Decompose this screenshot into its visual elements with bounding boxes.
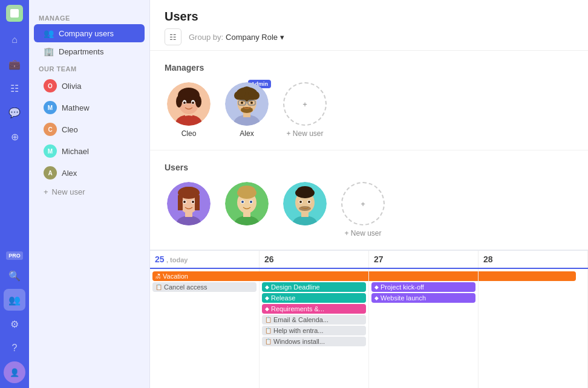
email-label: Email & Calenda...	[273, 316, 328, 323]
cal-col-26: ◆ Design Deadline ◆ Release ◆ Requiremen…	[260, 269, 369, 388]
sidebar-item-label: Departments	[59, 47, 103, 56]
manage-section-label: MANAGE	[29, 10, 149, 24]
page-header: Users ☷ Group by: Company Role ▾	[150, 0, 588, 51]
release-26-label: Release	[271, 294, 295, 302]
company-users-icon: 👥	[44, 28, 54, 38]
cal-day-25-num: 25	[155, 254, 165, 264]
svg-point-20	[248, 89, 255, 97]
requirements-icon: ◆	[265, 306, 269, 312]
cal-day-26-num: 26	[264, 254, 274, 264]
svg-point-25	[250, 102, 253, 104]
cleo-name-label: Cleo	[181, 129, 197, 138]
cal-day-27-num: 27	[374, 254, 384, 264]
new-user-label: + New user	[286, 129, 323, 138]
users-new-user-label: + New user	[344, 229, 381, 238]
settings-icon[interactable]: ⚙	[4, 313, 25, 335]
chat-icon[interactable]: 💬	[4, 102, 25, 123]
users-icon[interactable]: 👥	[4, 289, 25, 311]
alex-name: Alex	[62, 169, 77, 178]
new-user-plus-icon: +	[283, 82, 327, 126]
alex-avatar: A	[44, 166, 57, 179]
windows-install-event[interactable]: 📋 Windows install...	[262, 337, 366, 346]
requirements-event[interactable]: ◆ Requirements &...	[262, 304, 366, 314]
table-view-button[interactable]: ☷	[165, 28, 181, 45]
user-card-2[interactable]	[223, 182, 271, 225]
profile-avatar[interactable]: 👤	[4, 361, 25, 383]
new-user-label: New user	[52, 187, 85, 196]
app-logo	[6, 5, 23, 22]
main-content: Users ☷ Group by: Company Role ▾ Manager…	[150, 0, 588, 388]
website-launch-event[interactable]: ◆ Website launch	[371, 293, 475, 303]
add-new-user-button[interactable]: + New user	[34, 184, 145, 200]
search-icon[interactable]: 🔍	[4, 265, 25, 286]
help-entra-event[interactable]: 📋 Help with entra...	[262, 326, 366, 335]
home-icon[interactable]: ⌂	[4, 29, 25, 51]
requirements-label: Requirements &...	[271, 305, 324, 312]
svg-point-19	[238, 89, 246, 97]
icon-bar: ⌂ 💼 ☷ 💬 ⊕ PRO 🔍 👥 ⚙ ? 👤	[0, 0, 29, 388]
kickoff-icon: ◆	[374, 284, 379, 290]
help-icon[interactable]: ?	[4, 337, 25, 359]
add-circle-icon[interactable]: ⊕	[4, 126, 25, 147]
cal-col-28	[479, 269, 588, 388]
svg-point-5	[176, 95, 182, 108]
cal-day-26: 26	[260, 251, 369, 268]
svg-point-58	[299, 201, 302, 203]
website-icon: ◆	[374, 295, 379, 301]
pro-badge: PRO	[6, 251, 23, 260]
group-by-label: Group by:	[189, 33, 223, 42]
email-calendar-event[interactable]: 📋 Email & Calenda...	[262, 315, 366, 325]
user-card-cleo[interactable]: Cleo	[165, 82, 213, 138]
svg-point-10	[192, 102, 194, 104]
briefcase-icon[interactable]: 💼	[4, 53, 25, 75]
design-deadline-icon: ◆	[265, 284, 269, 290]
sidebar-item-michael[interactable]: M Michael	[34, 140, 145, 162]
mathew-name: Mathew	[62, 103, 90, 112]
svg-point-54	[297, 186, 313, 195]
calendar-header: 25 , today 26 27 28	[150, 251, 588, 269]
departments-icon: 🏢	[44, 47, 54, 56]
sidebar-item-label: Company users	[59, 29, 114, 38]
sidebar-item-mathew[interactable]: M Mathew	[34, 97, 145, 118]
add-icon: +	[44, 187, 48, 196]
svg-point-38	[192, 201, 194, 203]
alex-avatar-img	[225, 82, 269, 126]
users-section: Users	[150, 150, 588, 251]
svg-point-9	[183, 102, 186, 104]
cal-day-28-num: 28	[483, 254, 493, 264]
user-card-alex[interactable]: Admin	[223, 82, 271, 138]
cal-col-27: ◆ Project kick-off ◆ Website launch	[369, 269, 479, 388]
user1-avatar-img	[167, 182, 211, 225]
cal-col-25: 🏖 Vacation 📋 Cancel access	[150, 269, 260, 388]
sidebar: MANAGE 👥 Company users 🏢 Departments OUR…	[29, 0, 150, 388]
sidebar-item-company-users[interactable]: 👥 Company users	[34, 24, 145, 42]
sidebar-item-departments[interactable]: 🏢 Departments	[34, 42, 145, 60]
project-kickoff-event[interactable]: ◆ Project kick-off	[371, 282, 475, 292]
cancel-access-event[interactable]: 📋 Cancel access	[152, 282, 256, 292]
page-title: Users	[165, 10, 573, 24]
sidebar-item-alex[interactable]: A Alex	[34, 162, 145, 184]
kickoff-label: Project kick-off	[381, 283, 424, 291]
cal-day-25-sub: , today	[166, 256, 188, 264]
users-new-user-button[interactable]: + + New user	[339, 182, 387, 238]
user-card-3[interactable]	[281, 182, 329, 225]
windows-label: Windows install...	[273, 338, 325, 345]
olivia-avatar: O	[44, 79, 57, 92]
table-icon[interactable]: ☷	[4, 77, 25, 99]
help-label: Help with entra...	[273, 327, 324, 334]
user-card-1[interactable]	[165, 182, 213, 225]
sidebar-item-olivia[interactable]: O Olivia	[34, 75, 145, 97]
email-icon: 📋	[265, 317, 272, 323]
user2-avatar-img	[225, 182, 269, 225]
release-event-26[interactable]: ◆ Release	[262, 293, 366, 303]
group-by-dropdown[interactable]: Company Role ▾	[226, 33, 284, 42]
svg-point-37	[183, 201, 186, 203]
design-deadline-event[interactable]: ◆ Design Deadline	[262, 282, 366, 292]
calendar-area: 25 , today 26 27 28 🏖 Vacation	[150, 251, 588, 388]
cleo-avatar-img	[167, 82, 211, 126]
sidebar-item-cleo[interactable]: C Cleo	[34, 118, 145, 140]
cleo-avatar-wrap	[167, 82, 211, 126]
managers-new-user-button[interactable]: + + New user	[281, 82, 329, 138]
svg-point-59	[308, 201, 310, 203]
toolbar: ☷ Group by: Company Role ▾	[165, 28, 573, 45]
